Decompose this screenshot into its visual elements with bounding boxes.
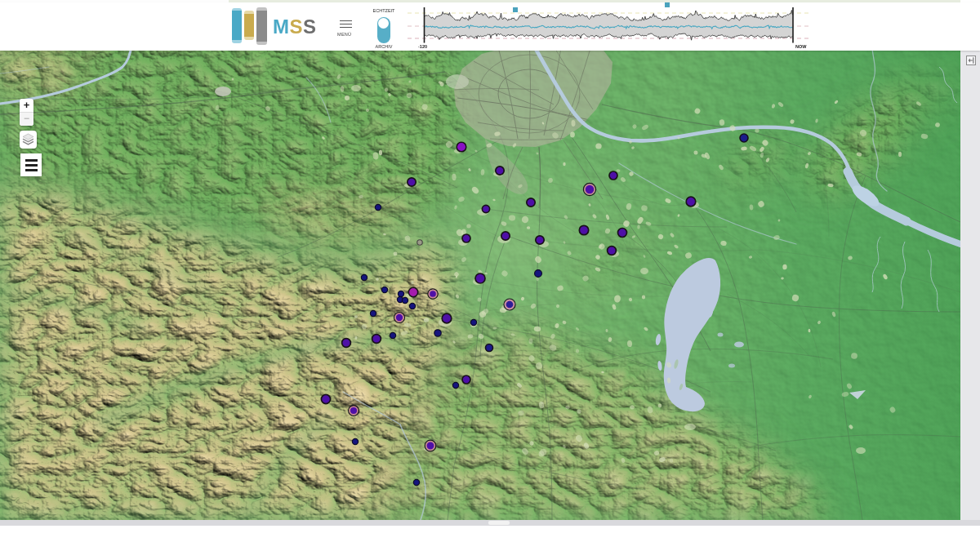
svg-text:NOW: NOW (795, 44, 807, 49)
svg-text:-120: -120 (418, 44, 427, 49)
